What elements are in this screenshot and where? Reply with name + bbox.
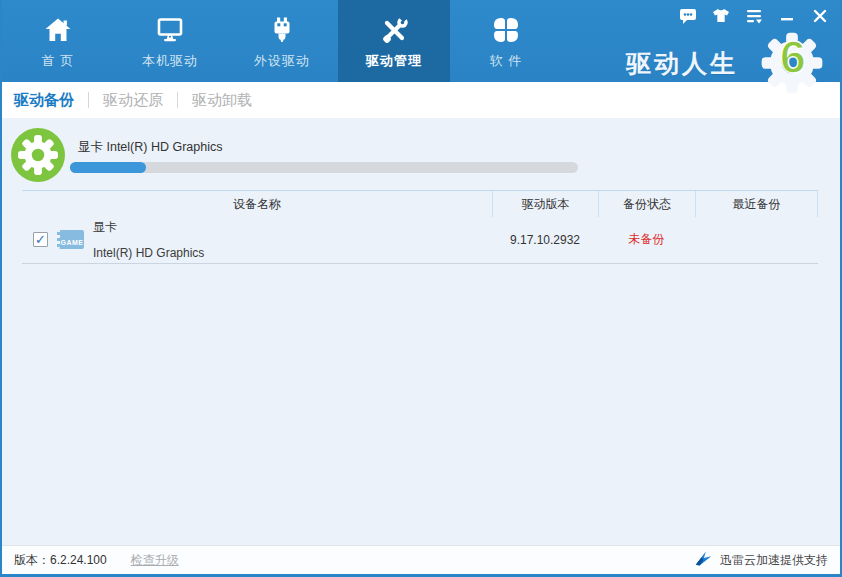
monitor-icon: [155, 11, 185, 49]
backup-status-cell: 未备份: [598, 231, 695, 248]
nav-tab-peripheral-drivers[interactable]: 外设驱动: [226, 0, 338, 82]
content-area: 显卡 Intel(R) HD Graphics 设备名称 驱动版本 备份状态 最…: [2, 118, 840, 545]
nav-label: 首 页: [42, 52, 75, 70]
skin-icon[interactable]: [711, 6, 731, 26]
device-category: 显卡: [93, 214, 204, 240]
backup-progress-bar: [70, 162, 578, 173]
status-bar: 版本：6.2.24.100 检查升级 迅雷云加速提供支持: [2, 545, 840, 574]
sponsor-area: 迅雷云加速提供支持: [694, 550, 828, 570]
table-row[interactable]: ✓ GAME 显卡 Intel(R) HD Graphics 9.17.10.2…: [22, 216, 818, 264]
nav-label: 本机驱动: [142, 52, 198, 70]
nav-label: 驱动管理: [366, 52, 422, 70]
minimize-icon[interactable]: [777, 6, 797, 26]
tools-icon: [378, 11, 410, 49]
tab-separator: [177, 92, 178, 108]
progress-fill: [70, 162, 146, 173]
tab-driver-uninstall[interactable]: 驱动卸载: [192, 91, 252, 110]
tab-driver-backup[interactable]: 驱动备份: [14, 91, 74, 110]
header-last-backup: 最近备份: [695, 191, 818, 217]
apps-icon: [491, 11, 521, 49]
tab-driver-restore[interactable]: 驱动还原: [103, 91, 163, 110]
gpu-card-icon: GAME: [57, 230, 84, 249]
nav-tab-software[interactable]: 软 件: [450, 0, 562, 82]
table-header: 设备名称 驱动版本 备份状态 最近备份: [22, 190, 818, 216]
header-driver-version: 驱动版本: [492, 191, 598, 217]
check-update-link[interactable]: 检查升级: [131, 552, 179, 569]
home-icon: [43, 11, 73, 49]
driver-version-cell: 9.17.10.2932: [492, 233, 598, 247]
nav-tab-driver-management[interactable]: 驱动管理: [338, 0, 450, 82]
app-version-text: 版本：6.2.24.100: [14, 552, 107, 569]
app-window: 首 页 本机驱动: [0, 0, 842, 577]
sponsor-text: 迅雷云加速提供支持: [720, 552, 828, 569]
nav-tab-local-drivers[interactable]: 本机驱动: [114, 0, 226, 82]
usb-plug-icon: [267, 11, 297, 49]
tab-separator: [88, 92, 89, 108]
nav-label: 外设驱动: [254, 52, 310, 70]
nav-tab-home[interactable]: 首 页: [2, 0, 114, 82]
device-name-text: 显卡 Intel(R) HD Graphics: [93, 214, 204, 266]
close-icon[interactable]: [810, 6, 830, 26]
sub-tabbar: 驱动备份 驱动还原 驱动卸载: [2, 82, 840, 118]
green-gear-icon: [11, 128, 65, 182]
header-backup-status: 备份状态: [598, 191, 695, 217]
window-controls: [678, 6, 830, 26]
xunlei-bird-icon: [694, 550, 713, 570]
device-name-cell: ✓ GAME 显卡 Intel(R) HD Graphics: [22, 214, 492, 266]
current-device-label: 显卡 Intel(R) HD Graphics: [78, 139, 222, 156]
feedback-icon[interactable]: [678, 6, 698, 26]
nav-label: 软 件: [490, 52, 523, 70]
device-table: 设备名称 驱动版本 备份状态 最近备份 ✓ GAME 显卡 Intel(R) H…: [22, 190, 818, 264]
device-model: Intel(R) HD Graphics: [93, 240, 204, 266]
menu-icon[interactable]: [744, 6, 764, 26]
row-checkbox[interactable]: ✓: [33, 232, 48, 247]
